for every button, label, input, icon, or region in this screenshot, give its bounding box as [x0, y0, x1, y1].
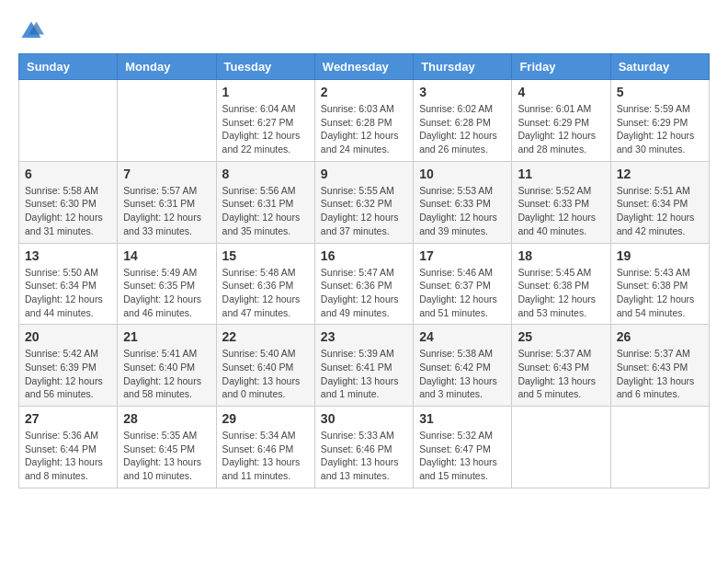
- day-number: 10: [419, 167, 506, 181]
- calendar-table: SundayMondayTuesdayWednesdayThursdayFrid…: [18, 53, 710, 488]
- day-info: Sunrise: 5:36 AM Sunset: 6:44 PM Dayligh…: [25, 429, 111, 483]
- calendar-cell: 12Sunrise: 5:51 AM Sunset: 6:34 PM Dayli…: [610, 161, 709, 243]
- weekday-header: Thursday: [414, 54, 512, 80]
- day-info: Sunrise: 5:55 AM Sunset: 6:32 PM Dayligh…: [321, 184, 407, 238]
- day-number: 31: [419, 411, 506, 426]
- day-info: Sunrise: 5:39 AM Sunset: 6:41 PM Dayligh…: [321, 347, 407, 401]
- calendar-cell: 24Sunrise: 5:38 AM Sunset: 6:42 PM Dayli…: [414, 325, 512, 407]
- day-info: Sunrise: 5:34 AM Sunset: 6:46 PM Dayligh…: [222, 429, 309, 483]
- day-number: 30: [321, 411, 407, 426]
- calendar-cell: 5Sunrise: 5:59 AM Sunset: 6:29 PM Daylig…: [610, 80, 709, 162]
- calendar-cell: 25Sunrise: 5:37 AM Sunset: 6:43 PM Dayli…: [512, 325, 610, 407]
- calendar-cell: 20Sunrise: 5:42 AM Sunset: 6:39 PM Dayli…: [19, 325, 118, 407]
- day-number: 1: [222, 85, 309, 99]
- day-info: Sunrise: 5:38 AM Sunset: 6:42 PM Dayligh…: [419, 347, 506, 401]
- day-number: 8: [222, 167, 309, 181]
- calendar-cell: 23Sunrise: 5:39 AM Sunset: 6:41 PM Dayli…: [314, 325, 413, 407]
- calendar-cell: 13Sunrise: 5:50 AM Sunset: 6:34 PM Dayli…: [19, 243, 118, 325]
- day-info: Sunrise: 5:48 AM Sunset: 6:36 PM Dayligh…: [222, 266, 309, 320]
- calendar-cell: 28Sunrise: 5:35 AM Sunset: 6:45 PM Dayli…: [118, 407, 216, 488]
- calendar-cell: 17Sunrise: 5:46 AM Sunset: 6:37 PM Dayli…: [414, 243, 512, 325]
- day-info: Sunrise: 6:03 AM Sunset: 6:28 PM Dayligh…: [321, 102, 407, 156]
- day-info: Sunrise: 5:37 AM Sunset: 6:43 PM Dayligh…: [518, 347, 604, 401]
- day-number: 6: [25, 167, 111, 181]
- day-number: 4: [518, 85, 604, 99]
- calendar-cell: 11Sunrise: 5:52 AM Sunset: 6:33 PM Dayli…: [512, 161, 610, 243]
- calendar-cell: 10Sunrise: 5:53 AM Sunset: 6:33 PM Dayli…: [414, 161, 512, 243]
- day-info: Sunrise: 5:42 AM Sunset: 6:39 PM Dayligh…: [25, 347, 111, 401]
- day-info: Sunrise: 5:43 AM Sunset: 6:38 PM Dayligh…: [617, 266, 703, 320]
- calendar-cell: 19Sunrise: 5:43 AM Sunset: 6:38 PM Dayli…: [610, 243, 709, 325]
- day-number: 12: [617, 167, 703, 181]
- calendar-cell: 31Sunrise: 5:32 AM Sunset: 6:47 PM Dayli…: [414, 407, 512, 488]
- calendar-body: 1Sunrise: 6:04 AM Sunset: 6:27 PM Daylig…: [19, 80, 710, 488]
- weekday-header: Friday: [512, 54, 610, 80]
- day-info: Sunrise: 5:50 AM Sunset: 6:34 PM Dayligh…: [25, 266, 111, 320]
- day-number: 13: [25, 248, 111, 263]
- day-info: Sunrise: 5:56 AM Sunset: 6:31 PM Dayligh…: [222, 184, 309, 238]
- day-info: Sunrise: 5:35 AM Sunset: 6:45 PM Dayligh…: [123, 429, 210, 483]
- day-info: Sunrise: 5:53 AM Sunset: 6:33 PM Dayligh…: [419, 184, 506, 238]
- day-number: 24: [419, 329, 506, 344]
- day-info: Sunrise: 5:57 AM Sunset: 6:31 PM Dayligh…: [123, 184, 210, 238]
- calendar-cell: 9Sunrise: 5:55 AM Sunset: 6:32 PM Daylig…: [314, 161, 413, 243]
- calendar-cell: 16Sunrise: 5:47 AM Sunset: 6:36 PM Dayli…: [314, 243, 413, 325]
- day-info: Sunrise: 6:01 AM Sunset: 6:29 PM Dayligh…: [518, 102, 604, 156]
- day-number: 26: [617, 329, 703, 344]
- weekday-header: Wednesday: [314, 54, 413, 80]
- day-number: 25: [518, 329, 604, 344]
- day-info: Sunrise: 5:40 AM Sunset: 6:40 PM Dayligh…: [222, 347, 309, 401]
- calendar-cell: [610, 407, 709, 488]
- day-number: 22: [222, 329, 309, 344]
- calendar-cell: 30Sunrise: 5:33 AM Sunset: 6:46 PM Dayli…: [314, 407, 413, 488]
- calendar-week-row: 1Sunrise: 6:04 AM Sunset: 6:27 PM Daylig…: [19, 80, 710, 162]
- weekday-header: Saturday: [610, 54, 709, 80]
- day-number: 28: [123, 411, 210, 426]
- weekday-header: Monday: [118, 54, 216, 80]
- calendar-cell: 3Sunrise: 6:02 AM Sunset: 6:28 PM Daylig…: [414, 80, 512, 162]
- day-number: 21: [123, 329, 210, 344]
- day-info: Sunrise: 5:49 AM Sunset: 6:35 PM Dayligh…: [123, 266, 210, 320]
- calendar-week-row: 13Sunrise: 5:50 AM Sunset: 6:34 PM Dayli…: [19, 243, 710, 325]
- day-number: 18: [518, 248, 604, 263]
- day-number: 17: [419, 248, 506, 263]
- calendar-cell: 18Sunrise: 5:45 AM Sunset: 6:38 PM Dayli…: [512, 243, 610, 325]
- calendar-cell: [118, 80, 216, 162]
- day-info: Sunrise: 5:47 AM Sunset: 6:36 PM Dayligh…: [321, 266, 407, 320]
- calendar-cell: 7Sunrise: 5:57 AM Sunset: 6:31 PM Daylig…: [118, 161, 216, 243]
- calendar-week-row: 6Sunrise: 5:58 AM Sunset: 6:30 PM Daylig…: [19, 161, 710, 243]
- day-info: Sunrise: 5:46 AM Sunset: 6:37 PM Dayligh…: [419, 266, 506, 320]
- day-info: Sunrise: 5:41 AM Sunset: 6:40 PM Dayligh…: [123, 347, 210, 401]
- weekday-header: Sunday: [19, 54, 118, 80]
- day-info: Sunrise: 5:58 AM Sunset: 6:30 PM Dayligh…: [25, 184, 111, 238]
- day-info: Sunrise: 6:04 AM Sunset: 6:27 PM Dayligh…: [222, 102, 309, 156]
- calendar-cell: 21Sunrise: 5:41 AM Sunset: 6:40 PM Dayli…: [118, 325, 216, 407]
- day-info: Sunrise: 6:02 AM Sunset: 6:28 PM Dayligh…: [419, 102, 506, 156]
- calendar-header: SundayMondayTuesdayWednesdayThursdayFrid…: [19, 54, 710, 80]
- day-number: 9: [321, 167, 407, 181]
- day-number: 16: [321, 248, 407, 263]
- day-info: Sunrise: 5:52 AM Sunset: 6:33 PM Dayligh…: [518, 184, 604, 238]
- calendar-cell: 22Sunrise: 5:40 AM Sunset: 6:40 PM Dayli…: [216, 325, 314, 407]
- day-number: 11: [518, 167, 604, 181]
- day-info: Sunrise: 5:51 AM Sunset: 6:34 PM Dayligh…: [617, 184, 703, 238]
- day-number: 3: [419, 85, 506, 99]
- calendar-cell: 14Sunrise: 5:49 AM Sunset: 6:35 PM Dayli…: [118, 243, 216, 325]
- day-info: Sunrise: 5:45 AM Sunset: 6:38 PM Dayligh…: [518, 266, 604, 320]
- day-info: Sunrise: 5:33 AM Sunset: 6:46 PM Dayligh…: [321, 429, 407, 483]
- logo: [18, 18, 48, 44]
- calendar-cell: 6Sunrise: 5:58 AM Sunset: 6:30 PM Daylig…: [19, 161, 118, 243]
- weekday-header: Tuesday: [216, 54, 314, 80]
- day-number: 23: [321, 329, 407, 344]
- calendar-week-row: 20Sunrise: 5:42 AM Sunset: 6:39 PM Dayli…: [19, 325, 710, 407]
- day-info: Sunrise: 5:32 AM Sunset: 6:47 PM Dayligh…: [419, 429, 506, 483]
- day-number: 19: [617, 248, 703, 263]
- calendar-cell: 8Sunrise: 5:56 AM Sunset: 6:31 PM Daylig…: [216, 161, 314, 243]
- day-number: 7: [123, 167, 210, 181]
- day-number: 29: [222, 411, 309, 426]
- day-number: 15: [222, 248, 309, 263]
- calendar-cell: 1Sunrise: 6:04 AM Sunset: 6:27 PM Daylig…: [216, 80, 314, 162]
- day-number: 20: [25, 329, 111, 344]
- day-number: 14: [123, 248, 210, 263]
- page-header: [18, 18, 710, 44]
